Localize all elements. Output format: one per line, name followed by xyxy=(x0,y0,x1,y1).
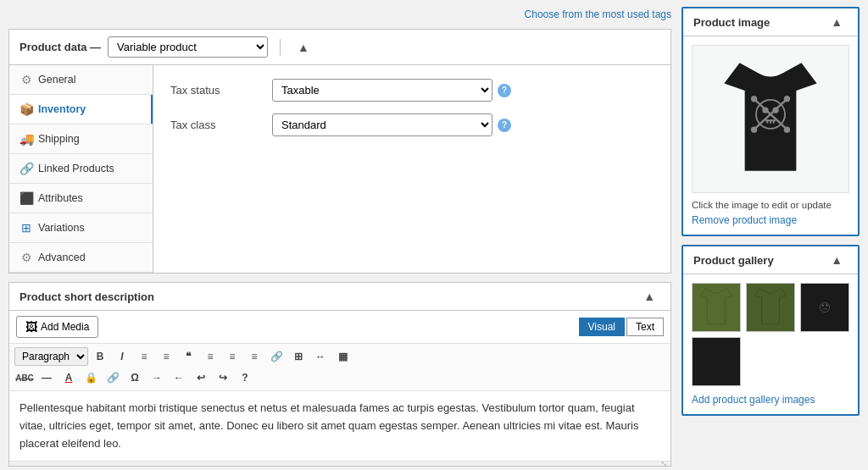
undo-button[interactable]: ↩ xyxy=(191,368,211,387)
indent-button[interactable]: → xyxy=(147,368,167,387)
add-media-label: Add Media xyxy=(41,321,89,333)
svg-point-10 xyxy=(821,304,823,306)
product-gallery-collapse-arrow[interactable]: ▲ xyxy=(826,253,848,267)
editor-content[interactable]: Pellentesque habitant morbi tristique se… xyxy=(9,391,670,461)
nav-label-variations: Variations xyxy=(38,222,85,234)
product-image-svg xyxy=(707,47,834,191)
tax-status-row: Tax status Taxable Shipping only None ? xyxy=(170,79,654,102)
product-data-label: Product data — xyxy=(19,41,101,53)
nav-label-general: General xyxy=(38,74,75,86)
unordered-list-button[interactable]: ≡ xyxy=(134,347,154,366)
text-color-button[interactable]: A xyxy=(58,368,79,387)
keyboard-shortcut-button[interactable]: ? xyxy=(235,368,255,387)
variations-icon: ⊞ xyxy=(19,221,33,235)
short-desc-title: Product short description xyxy=(19,290,154,303)
tax-class-select[interactable]: Standard Reduced rate Zero rate xyxy=(272,113,492,136)
product-nav: ⚙ General 📦 Inventory � xyxy=(9,65,153,273)
general-icon: ⚙ xyxy=(19,73,33,86)
nav-label-inventory: Inventory xyxy=(38,103,86,115)
align-center-button[interactable]: ≡ xyxy=(222,347,242,366)
add-media-button[interactable]: 🖼 Add Media xyxy=(16,316,98,338)
tax-status-label: Tax status xyxy=(170,84,272,97)
gallery-item-1[interactable] xyxy=(746,283,795,332)
product-type-select[interactable]: Variable product Simple product Grouped … xyxy=(108,36,268,58)
visual-view-button[interactable]: Visual xyxy=(579,318,625,336)
nav-label-shipping: Shipping xyxy=(38,133,80,145)
short-desc-collapse-arrow[interactable]: ▲ xyxy=(638,290,660,303)
right-sidebar: Product image ▲ xyxy=(682,7,860,467)
nav-label-attributes: Attributes xyxy=(38,192,83,204)
nav-item-attributes[interactable]: ⬛ Attributes xyxy=(9,184,153,213)
gallery-item-3[interactable] xyxy=(692,337,741,386)
redo-button[interactable]: ↪ xyxy=(213,368,233,387)
add-gallery-images-link[interactable]: Add product gallery images xyxy=(692,394,815,406)
tax-status-help-icon[interactable]: ? xyxy=(498,84,511,97)
link-button[interactable]: 🔗 xyxy=(266,347,287,366)
editor-view-toggle: Visual Text xyxy=(579,318,664,336)
product-gallery-title: Product gallery xyxy=(693,254,774,267)
horizontal-rule-button[interactable]: — xyxy=(36,368,57,387)
tax-class-row: Tax class Standard Reduced rate Zero rat… xyxy=(170,113,654,136)
resize-icon: ⤡ xyxy=(660,459,667,468)
toolbar-row-1: Paragraph B I ≡ ≡ ❝ ≡ ≡ ≡ 🔗 ⊞ ↔ ▦ xyxy=(14,347,665,366)
nav-label-linked: Linked Products xyxy=(38,163,114,174)
fullscreen-button[interactable]: ↔ xyxy=(310,347,331,366)
product-image-hint: Click the image to edit or update xyxy=(692,200,849,210)
advanced-icon: ⚙ xyxy=(19,251,33,264)
link-icon: 🔗 xyxy=(19,162,33,175)
shipping-icon: 🚚 xyxy=(19,132,33,146)
nav-item-advanced[interactable]: ⚙ Advanced xyxy=(9,243,153,273)
outdent-button[interactable]: ← xyxy=(169,368,189,387)
gallery-grid xyxy=(692,283,849,386)
product-fields: Tax status Taxable Shipping only None ? … xyxy=(153,65,670,273)
gallery-item-2[interactable] xyxy=(800,283,849,332)
svg-point-11 xyxy=(826,304,827,306)
toolbar-row-2: ABC — A 🔒 🔗 Ω → ← ↩ ↪ ? xyxy=(14,368,665,387)
product-gallery-panel: Product gallery ▲ xyxy=(682,245,860,416)
add-media-icon: 🖼 xyxy=(25,320,37,334)
insert-table-button[interactable]: ⊞ xyxy=(288,347,309,366)
nav-item-variations[interactable]: ⊞ Variations xyxy=(9,213,153,243)
short-description-panel: Product short description ▲ 🖼 Add Media … xyxy=(8,282,671,467)
nav-label-advanced: Advanced xyxy=(38,252,86,263)
svg-point-7 xyxy=(751,96,757,102)
nav-item-linked-products[interactable]: 🔗 Linked Products xyxy=(9,154,153,184)
ordered-list-button[interactable]: ≡ xyxy=(156,347,176,366)
tax-class-label: Tax class xyxy=(170,119,272,131)
nav-item-inventory[interactable]: 📦 Inventory xyxy=(9,95,153,124)
svg-point-6 xyxy=(784,126,790,132)
text-view-button[interactable]: Text xyxy=(626,318,664,336)
toolbar-toggle-button[interactable]: ▦ xyxy=(332,347,353,366)
inventory-icon: 📦 xyxy=(19,102,33,116)
gallery-item-0[interactable] xyxy=(692,283,741,332)
nav-item-general[interactable]: ⚙ General xyxy=(9,65,153,95)
product-image-collapse-arrow[interactable]: ▲ xyxy=(826,15,848,29)
svg-point-8 xyxy=(784,96,790,102)
remove-link-button[interactable]: 🔗 xyxy=(103,368,123,387)
tax-status-select[interactable]: Taxable Shipping only None xyxy=(272,79,492,102)
product-image-container[interactable] xyxy=(692,45,849,193)
attributes-icon: ⬛ xyxy=(19,191,33,205)
product-image-title: Product image xyxy=(693,16,770,29)
italic-button[interactable]: I xyxy=(112,347,132,366)
align-right-button[interactable]: ≡ xyxy=(244,347,264,366)
bold-button[interactable]: B xyxy=(90,347,110,366)
choose-tags-link[interactable]: Choose from the most used tags xyxy=(525,8,671,20)
paste-word-button[interactable]: 🔒 xyxy=(81,368,101,387)
strikethrough-button[interactable]: ABC xyxy=(14,368,35,387)
svg-point-5 xyxy=(751,126,757,132)
product-data-collapse-arrow[interactable]: ▲ xyxy=(292,41,314,54)
tax-class-help-icon[interactable]: ? xyxy=(498,119,511,132)
remove-product-image-link[interactable]: Remove product image xyxy=(692,214,797,226)
format-select[interactable]: Paragraph xyxy=(14,347,88,366)
product-data-panel: Product data — Variable product Simple p… xyxy=(8,29,671,274)
special-char-button[interactable]: Ω xyxy=(125,368,145,387)
nav-item-shipping[interactable]: 🚚 Shipping xyxy=(9,124,153,154)
align-left-button[interactable]: ≡ xyxy=(200,347,220,366)
editor-resize-handle[interactable]: ⤡ xyxy=(9,461,670,466)
editor-toolbar-top: 🖼 Add Media Visual Text xyxy=(9,311,670,344)
product-image-panel: Product image ▲ xyxy=(682,7,860,236)
blockquote-button[interactable]: ❝ xyxy=(178,347,198,366)
editor-toolbar: Paragraph B I ≡ ≡ ❝ ≡ ≡ ≡ 🔗 ⊞ ↔ ▦ ABC xyxy=(9,344,670,391)
